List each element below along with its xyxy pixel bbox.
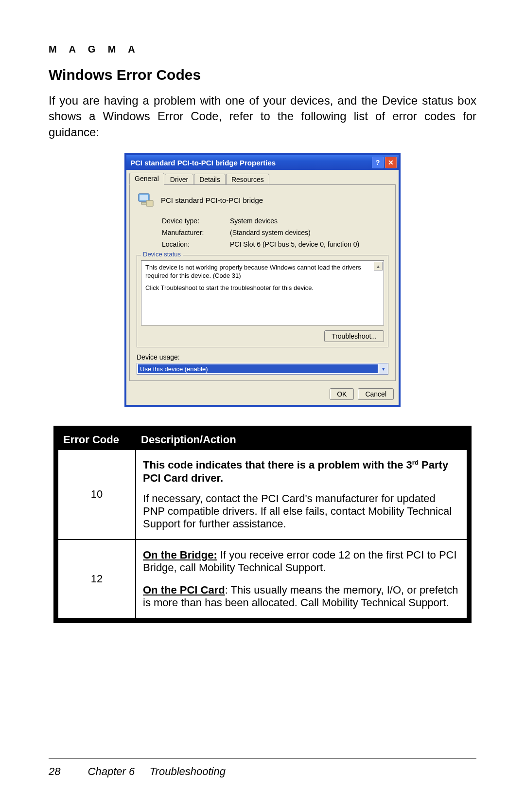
- intro-paragraph: If you are having a problem with one of …: [49, 93, 476, 140]
- svg-rect-2: [141, 202, 146, 204]
- dialog-screenshot: PCI standard PCI-to-PCI bridge Propertie…: [49, 154, 476, 406]
- value-device-type: System devices: [230, 217, 388, 225]
- value-location: PCI Slot 6 (PCI bus 5, device 0, functio…: [230, 240, 388, 248]
- label-manufacturer: Manufacturer:: [162, 229, 230, 236]
- desc10-bold-pre: This code indicates that there is a prob…: [143, 459, 412, 471]
- ok-button[interactable]: OK: [330, 388, 354, 400]
- desc10-body: If necessary, contact the PCI Card's man…: [143, 492, 460, 530]
- cell-code-12: 12: [58, 540, 136, 618]
- desc10-sup: rd: [412, 459, 419, 466]
- cell-desc-12: On the Bridge: If you receive error code…: [136, 540, 467, 618]
- desc12-p1-label: On the Bridge:: [143, 549, 217, 561]
- th-description: Description/Action: [136, 430, 467, 450]
- table-row: 12 On the Bridge: If you receive error c…: [58, 540, 467, 618]
- svg-rect-1: [140, 195, 148, 200]
- tab-general[interactable]: General: [129, 173, 164, 185]
- tab-body: PCI standard PCI-to-PCI bridge Device ty…: [129, 184, 396, 381]
- error-code-table: Error Code Description/Action 10 This co…: [53, 426, 472, 622]
- page-footer: 28 Chapter 6 Troubleshooting: [49, 765, 226, 778]
- device-status-label: Device status: [141, 251, 183, 258]
- brand-header: M A G M A: [49, 44, 476, 55]
- cell-code-10: 10: [58, 450, 136, 539]
- cancel-button[interactable]: Cancel: [358, 388, 394, 400]
- label-device-type: Device type:: [162, 217, 230, 225]
- svg-rect-3: [146, 200, 153, 206]
- close-icon[interactable]: ✕: [385, 157, 397, 168]
- page-number: 28: [49, 765, 60, 777]
- status-line-1: This device is not working properly beca…: [145, 264, 380, 280]
- cell-desc-10: This code indicates that there is a prob…: [136, 450, 467, 539]
- table-row: 10 This code indicates that there is a p…: [58, 450, 467, 539]
- titlebar: PCI standard PCI-to-PCI bridge Propertie…: [126, 155, 399, 170]
- footer-chapter: Chapter 6: [88, 765, 135, 777]
- tab-strip: General Driver Details Resources: [126, 170, 399, 185]
- device-info-grid: Device type: System devices Manufacturer…: [162, 217, 388, 248]
- scroll-up-icon[interactable]: ▲: [374, 262, 383, 271]
- section-heading: Windows Error Codes: [49, 67, 476, 83]
- chevron-down-icon[interactable]: ▾: [379, 363, 388, 374]
- footer-rule: [49, 758, 476, 758]
- troubleshoot-button[interactable]: Troubleshoot...: [324, 330, 384, 342]
- device-status-text: This device is not working properly beca…: [141, 260, 384, 325]
- document-page: M A G M A Windows Error Codes If you are…: [0, 0, 525, 812]
- device-usage-value: Use this device (enable): [138, 364, 378, 373]
- device-usage-select[interactable]: Use this device (enable) ▾: [137, 363, 388, 375]
- status-line-2: Click Troubleshoot to start the troubles…: [145, 284, 380, 292]
- properties-dialog: PCI standard PCI-to-PCI bridge Propertie…: [125, 154, 400, 406]
- desc12-p2-label: On the PCI Card: [143, 584, 225, 596]
- label-location: Location:: [162, 240, 230, 248]
- help-icon[interactable]: ?: [372, 157, 384, 168]
- th-error-code: Error Code: [58, 430, 136, 450]
- value-manufacturer: (Standard system devices): [230, 229, 388, 236]
- device-usage-label: Device usage:: [137, 353, 388, 361]
- device-status-group: Device status This device is not working…: [137, 255, 388, 347]
- footer-title: Troubleshooting: [150, 765, 226, 777]
- device-icon: [137, 191, 155, 209]
- device-name: PCI standard PCI-to-PCI bridge: [161, 196, 263, 204]
- titlebar-text: PCI standard PCI-to-PCI bridge Propertie…: [130, 159, 370, 167]
